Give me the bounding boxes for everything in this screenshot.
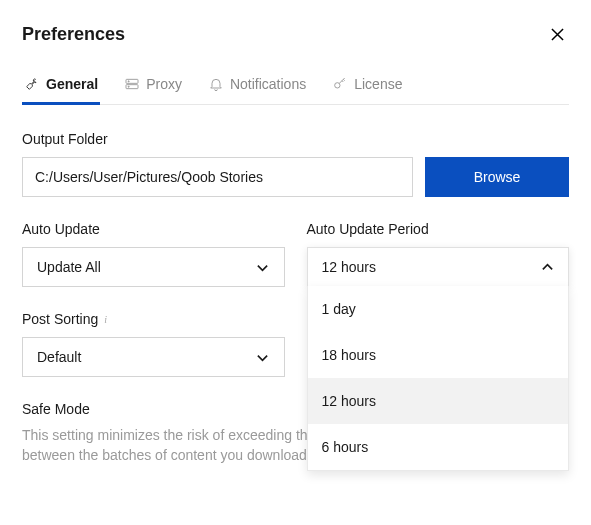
chevron-down-icon: [256, 350, 270, 364]
option-6-hours[interactable]: 6 hours: [308, 424, 569, 470]
post-sorting-value: Default: [37, 349, 81, 365]
post-sorting-select[interactable]: Default: [22, 337, 285, 377]
auto-update-period-label: Auto Update Period: [307, 221, 570, 237]
output-folder-input[interactable]: [22, 157, 413, 197]
option-12-hours[interactable]: 12 hours: [308, 378, 569, 424]
tab-general[interactable]: General: [22, 70, 100, 105]
browse-button[interactable]: Browse: [425, 157, 569, 197]
option-1-day[interactable]: 1 day: [308, 286, 569, 332]
chevron-up-icon: [540, 260, 554, 274]
auto-update-period-select[interactable]: 12 hours 1 day 18 hours 12 hours 6 hours: [307, 247, 570, 287]
svg-point-4: [335, 83, 340, 88]
tabs-bar: General Proxy Notifications License: [22, 70, 569, 105]
tab-proxy[interactable]: Proxy: [122, 70, 184, 105]
tab-general-label: General: [46, 76, 98, 92]
info-icon[interactable]: i: [104, 314, 107, 325]
close-button[interactable]: [545, 22, 569, 46]
page-title: Preferences: [22, 24, 125, 45]
output-folder-label: Output Folder: [22, 131, 569, 147]
tab-notifications-label: Notifications: [230, 76, 306, 92]
svg-point-3: [128, 86, 129, 87]
tab-proxy-label: Proxy: [146, 76, 182, 92]
auto-update-period-value: 12 hours: [322, 259, 376, 275]
wrench-icon: [24, 76, 40, 92]
bell-icon: [208, 76, 224, 92]
auto-update-period-dropdown: 1 day 18 hours 12 hours 6 hours: [307, 286, 570, 471]
svg-point-2: [128, 81, 129, 82]
auto-update-label: Auto Update: [22, 221, 285, 237]
tab-license-label: License: [354, 76, 402, 92]
chevron-down-icon: [256, 260, 270, 274]
tab-notifications[interactable]: Notifications: [206, 70, 308, 105]
post-sorting-label-text: Post Sorting: [22, 311, 98, 327]
close-icon: [551, 28, 564, 41]
option-18-hours[interactable]: 18 hours: [308, 332, 569, 378]
key-icon: [332, 76, 348, 92]
tab-license[interactable]: License: [330, 70, 404, 105]
auto-update-value: Update All: [37, 259, 101, 275]
post-sorting-label: Post Sorting i: [22, 311, 285, 327]
auto-update-select[interactable]: Update All: [22, 247, 285, 287]
server-icon: [124, 76, 140, 92]
